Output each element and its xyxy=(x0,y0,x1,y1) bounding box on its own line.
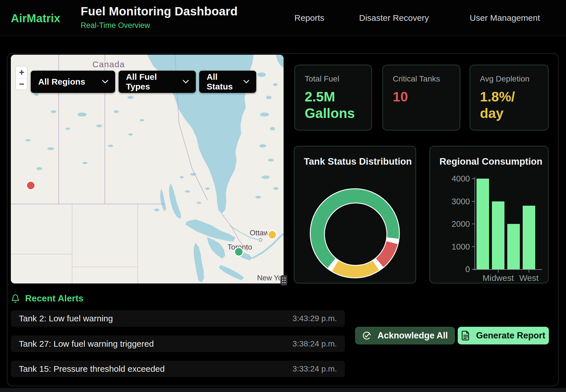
fuel-map[interactable]: CanadaOttawaTorontoNew York + − All Regi… xyxy=(11,55,284,283)
kpi-value: 1.8%/day xyxy=(480,89,538,122)
alert-timestamp: 3:33:24 p.m. xyxy=(292,364,337,373)
fuel-type-filter-value: All Fuel Types xyxy=(126,72,183,91)
kpi-value: 2.5MGallons xyxy=(305,89,362,122)
kpi-critical-tanks: Critical Tanks 10 xyxy=(382,65,460,130)
alert-timestamp: 3:38:24 p.m. xyxy=(292,339,337,348)
alert-text: Tank 27: Low fuel warning triggered xyxy=(19,339,154,349)
map-filter-bar: All Regions All Fuel Types All Status xyxy=(31,71,256,93)
chevron-down-icon xyxy=(102,80,108,84)
map-zoom-control: + − xyxy=(15,66,27,90)
y-axis-tick-label: 3000 xyxy=(431,197,470,206)
page-subtitle: Real-Time Overview xyxy=(81,21,238,30)
app-header: AirMatrix Fuel Monitoring Dashboard Real… xyxy=(0,0,566,36)
alert-list-item[interactable]: Tank 27: Low fuel warning triggered 3:38… xyxy=(11,336,345,352)
map-zoom-in-button[interactable]: + xyxy=(16,66,27,78)
tank-marker-warning[interactable] xyxy=(268,230,276,239)
y-axis-tick-label: 0 xyxy=(431,265,470,274)
nav-user-management[interactable]: User Management xyxy=(470,13,540,23)
tank-marker-normal[interactable] xyxy=(235,248,243,256)
nav-disaster-recovery[interactable]: Disaster Recovery xyxy=(359,13,429,23)
map-zoom-out-button[interactable]: − xyxy=(16,78,27,90)
region-filter-select[interactable]: All Regions xyxy=(31,71,115,93)
kpi-total-fuel: Total Fuel 2.5MGallons xyxy=(294,65,372,130)
status-filter-select[interactable]: All Status xyxy=(199,71,256,93)
map-place-label: New York xyxy=(257,273,284,282)
alert-text: Tank 15: Pressure threshold exceeded xyxy=(19,364,165,374)
check-circle-icon xyxy=(362,331,371,340)
status-filter-value: All Status xyxy=(207,72,243,91)
kpi-label: Critical Tanks xyxy=(393,74,450,83)
alerts-header: Recent Alerts xyxy=(11,293,84,304)
nav-reports[interactable]: Reports xyxy=(294,13,324,23)
app-logo: AirMatrix xyxy=(11,12,60,25)
y-axis-tick-label: 2000 xyxy=(431,219,470,229)
alerts-section-title: Recent Alerts xyxy=(25,293,84,304)
acknowledge-all-button[interactable]: Acknowledge All xyxy=(355,327,455,344)
bar-West xyxy=(523,206,535,269)
bell-icon xyxy=(11,294,20,303)
bar-series-0 xyxy=(477,179,489,269)
tank-status-chart-card: Tank Status Distribution xyxy=(294,146,416,283)
generate-report-label: Generate Report xyxy=(476,330,545,341)
kpi-value: 10 xyxy=(393,89,450,105)
chevron-down-icon xyxy=(243,80,249,84)
y-axis-tick-label: 4000 xyxy=(431,174,470,183)
kpi-avg-depletion: Avg Depletion 1.8%/day xyxy=(470,65,549,130)
acknowledge-all-label: Acknowledge All xyxy=(378,330,448,341)
regional-consumption-chart-card: Regional Consumption 01000200030004000Mi… xyxy=(429,146,549,283)
bar-Midwest xyxy=(492,201,504,270)
region-filter-value: All Regions xyxy=(38,77,85,87)
chevron-down-icon xyxy=(183,80,189,84)
x-axis-tick-label: Midwest xyxy=(481,273,515,283)
ottawa-town-dot xyxy=(259,238,262,241)
donut-hole xyxy=(324,203,387,266)
bar-series-2 xyxy=(507,224,520,269)
regional-consumption-bar-chart: 01000200030004000MidwestWest xyxy=(430,146,549,284)
kpi-label: Total Fuel xyxy=(305,74,362,83)
kpi-label: Avg Depletion xyxy=(480,74,538,83)
y-axis-tick-label: 1000 xyxy=(431,242,470,252)
tank-status-donut-chart xyxy=(310,188,400,278)
title-block: Fuel Monitoring Dashboard Real-Time Over… xyxy=(81,5,238,30)
x-axis-tick-label: West xyxy=(512,273,546,283)
map-place-label: Canada xyxy=(92,60,125,69)
alert-list-item[interactable]: Tank 2: Low fuel warning 3:43:29 p.m. xyxy=(11,310,345,327)
bottom-bar xyxy=(0,388,566,392)
map-drag-handle-icon[interactable] xyxy=(280,275,287,285)
page-title: Fuel Monitoring Dashboard xyxy=(81,5,238,18)
tank-marker-critical[interactable] xyxy=(27,181,35,190)
generate-report-button[interactable]: Generate Report xyxy=(458,327,549,344)
file-text-icon xyxy=(461,331,470,340)
fuel-type-filter-select[interactable]: All Fuel Types xyxy=(119,71,196,93)
chart-title: Tank Status Distribution xyxy=(304,156,412,167)
alert-timestamp: 3:43:29 p.m. xyxy=(292,314,337,323)
alert-text: Tank 2: Low fuel warning xyxy=(19,314,113,323)
alert-list-item[interactable]: Tank 15: Pressure threshold exceeded 3:3… xyxy=(11,361,345,377)
